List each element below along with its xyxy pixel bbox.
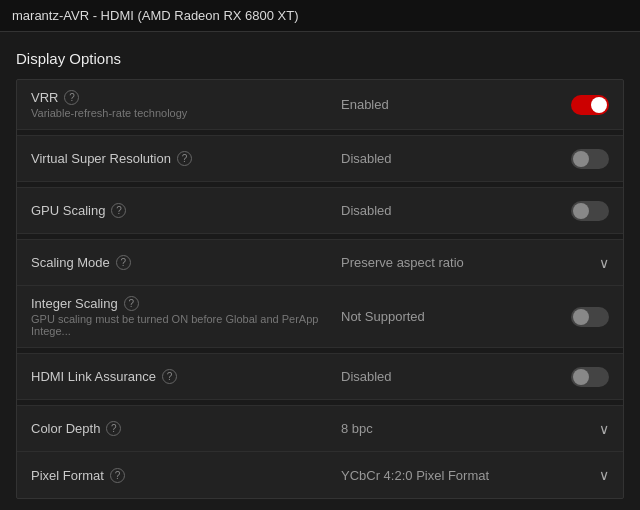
setting-row-vrr: VRR?Variable-refresh-rate technologyEnab… bbox=[17, 80, 623, 130]
help-icon-gpu-scaling[interactable]: ? bbox=[111, 203, 126, 218]
value-col-pixel-format: YCbCr 4:2:0 Pixel Format∨ bbox=[331, 467, 609, 483]
chevron-icon-color-depth[interactable]: ∨ bbox=[599, 421, 609, 437]
toggle-gpu-scaling[interactable] bbox=[571, 201, 609, 221]
value-col-hdmi-link-assurance: Disabled bbox=[331, 367, 609, 387]
toggle-hdmi-link-assurance[interactable] bbox=[571, 367, 609, 387]
value-text-integer-scaling: Not Supported bbox=[341, 309, 425, 324]
value-col-color-depth: 8 bpc∨ bbox=[331, 421, 609, 437]
toggle-slider-virtual-super-resolution bbox=[571, 149, 609, 169]
label-text-hdmi-link-assurance: HDMI Link Assurance bbox=[31, 369, 156, 384]
toggle-integer-scaling[interactable] bbox=[571, 307, 609, 327]
title-bar: marantz-AVR - HDMI (AMD Radeon RX 6800 X… bbox=[0, 0, 640, 32]
label-text-vrr: VRR bbox=[31, 90, 58, 105]
value-col-virtual-super-resolution: Disabled bbox=[331, 149, 609, 169]
sublabel-vrr: Variable-refresh-rate technology bbox=[31, 107, 331, 119]
help-icon-pixel-format[interactable]: ? bbox=[110, 468, 125, 483]
label-text-color-depth: Color Depth bbox=[31, 421, 100, 436]
value-text-virtual-super-resolution: Disabled bbox=[341, 151, 392, 166]
setting-row-pixel-format: Pixel Format?YCbCr 4:2:0 Pixel Format∨ bbox=[17, 452, 623, 498]
setting-row-integer-scaling: Integer Scaling?GPU scaling must be turn… bbox=[17, 286, 623, 348]
value-text-color-depth: 8 bpc bbox=[341, 421, 373, 436]
toggle-vrr[interactable] bbox=[571, 95, 609, 115]
help-icon-hdmi-link-assurance[interactable]: ? bbox=[162, 369, 177, 384]
settings-container: VRR?Variable-refresh-rate technologyEnab… bbox=[16, 79, 624, 499]
chevron-icon-scaling-mode[interactable]: ∨ bbox=[599, 255, 609, 271]
toggle-slider-hdmi-link-assurance bbox=[571, 367, 609, 387]
label-text-virtual-super-resolution: Virtual Super Resolution bbox=[31, 151, 171, 166]
title-text: marantz-AVR - HDMI (AMD Radeon RX 6800 X… bbox=[12, 8, 299, 23]
label-virtual-super-resolution: Virtual Super Resolution? bbox=[31, 151, 331, 166]
sublabel-integer-scaling: GPU scaling must be turned ON before Glo… bbox=[31, 313, 331, 337]
help-icon-integer-scaling[interactable]: ? bbox=[124, 296, 139, 311]
value-col-gpu-scaling: Disabled bbox=[331, 201, 609, 221]
label-col-color-depth: Color Depth? bbox=[31, 421, 331, 436]
help-icon-vrr[interactable]: ? bbox=[64, 90, 79, 105]
toggle-slider-integer-scaling bbox=[571, 307, 609, 327]
label-pixel-format: Pixel Format? bbox=[31, 468, 331, 483]
help-icon-color-depth[interactable]: ? bbox=[106, 421, 121, 436]
help-icon-scaling-mode[interactable]: ? bbox=[116, 255, 131, 270]
label-col-scaling-mode: Scaling Mode? bbox=[31, 255, 331, 270]
value-text-gpu-scaling: Disabled bbox=[341, 203, 392, 218]
setting-row-scaling-mode: Scaling Mode?Preserve aspect ratio∨ bbox=[17, 240, 623, 286]
value-text-vrr: Enabled bbox=[341, 97, 389, 112]
toggle-slider-vrr bbox=[571, 95, 609, 115]
label-text-pixel-format: Pixel Format bbox=[31, 468, 104, 483]
label-col-integer-scaling: Integer Scaling?GPU scaling must be turn… bbox=[31, 296, 331, 337]
content-area: Display Options VRR?Variable-refresh-rat… bbox=[0, 32, 640, 509]
label-col-pixel-format: Pixel Format? bbox=[31, 468, 331, 483]
toggle-virtual-super-resolution[interactable] bbox=[571, 149, 609, 169]
label-color-depth: Color Depth? bbox=[31, 421, 331, 436]
label-gpu-scaling: GPU Scaling? bbox=[31, 203, 331, 218]
label-col-virtual-super-resolution: Virtual Super Resolution? bbox=[31, 151, 331, 166]
value-col-integer-scaling: Not Supported bbox=[331, 307, 609, 327]
value-col-scaling-mode: Preserve aspect ratio∨ bbox=[331, 255, 609, 271]
toggle-slider-gpu-scaling bbox=[571, 201, 609, 221]
label-hdmi-link-assurance: HDMI Link Assurance? bbox=[31, 369, 331, 384]
setting-row-gpu-scaling: GPU Scaling?Disabled bbox=[17, 188, 623, 234]
setting-row-color-depth: Color Depth?8 bpc∨ bbox=[17, 406, 623, 452]
chevron-icon-pixel-format[interactable]: ∨ bbox=[599, 467, 609, 483]
label-text-gpu-scaling: GPU Scaling bbox=[31, 203, 105, 218]
label-col-gpu-scaling: GPU Scaling? bbox=[31, 203, 331, 218]
label-col-hdmi-link-assurance: HDMI Link Assurance? bbox=[31, 369, 331, 384]
setting-row-hdmi-link-assurance: HDMI Link Assurance?Disabled bbox=[17, 354, 623, 400]
value-text-pixel-format: YCbCr 4:2:0 Pixel Format bbox=[341, 468, 489, 483]
label-text-integer-scaling: Integer Scaling bbox=[31, 296, 118, 311]
label-col-vrr: VRR?Variable-refresh-rate technology bbox=[31, 90, 331, 119]
section-title: Display Options bbox=[16, 50, 624, 67]
label-scaling-mode: Scaling Mode? bbox=[31, 255, 331, 270]
label-integer-scaling: Integer Scaling? bbox=[31, 296, 331, 311]
value-text-scaling-mode: Preserve aspect ratio bbox=[341, 255, 464, 270]
setting-row-virtual-super-resolution: Virtual Super Resolution?Disabled bbox=[17, 136, 623, 182]
value-text-hdmi-link-assurance: Disabled bbox=[341, 369, 392, 384]
value-col-vrr: Enabled bbox=[331, 95, 609, 115]
label-text-scaling-mode: Scaling Mode bbox=[31, 255, 110, 270]
help-icon-virtual-super-resolution[interactable]: ? bbox=[177, 151, 192, 166]
label-vrr: VRR? bbox=[31, 90, 331, 105]
